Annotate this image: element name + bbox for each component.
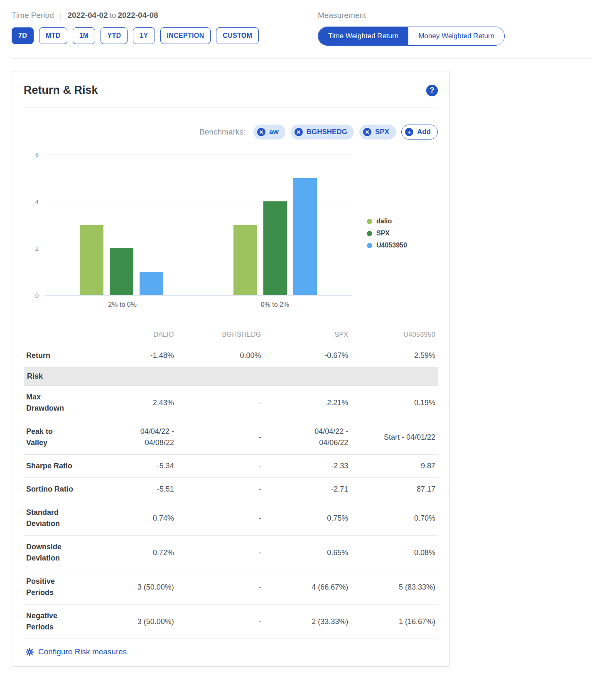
row-label: Sortino Ratio	[24, 484, 89, 495]
plus-icon: +	[405, 128, 413, 136]
cell-positive-periods-dalio: 3 (50.00%)	[89, 582, 177, 593]
benchmark-chip-bghshedg: ✕BGHSHEDG	[291, 125, 354, 140]
legend-label: SPX	[376, 230, 390, 237]
benchmark-chip-aw: ✕aw	[253, 125, 285, 140]
period-button-1y[interactable]: 1Y	[133, 27, 155, 44]
cell-positive-periods-spx: 4 (66.67%)	[264, 582, 351, 593]
cell-sharpe-ratio-bghshedg: -	[177, 460, 264, 472]
column-header-u4053950: U4053950	[351, 331, 438, 338]
cell-return-dalio: -1.48%	[89, 350, 177, 361]
cell-peak-to-valley-bghshedg: -	[177, 432, 264, 443]
benchmark-chip-label: aw	[269, 128, 279, 136]
time-period-label: Time Period	[12, 11, 54, 20]
period-button-custom[interactable]: CUSTOM	[216, 27, 259, 44]
table-footer: Configure Risk measures	[24, 647, 438, 656]
y-tick-4: 4	[35, 198, 39, 205]
cell-downside-deviation-spx: 0.65%	[264, 547, 351, 558]
table-row-return: Return-1.48%0.00%-0.67%2.59%	[24, 344, 438, 367]
legend-item-u4053950: U4053950	[367, 242, 407, 249]
legend-dot-dalio	[367, 219, 372, 224]
benchmarks-row: Benchmarks: ✕aw✕BGHSHEDG✕SPX + Add	[24, 125, 438, 140]
row-label: Positive Periods	[24, 576, 89, 598]
add-benchmark-label: Add	[417, 128, 431, 136]
remove-benchmark-icon[interactable]: ✕	[295, 128, 303, 136]
y-tick-6: 6	[35, 151, 39, 158]
cell-negative-periods-u4053950: 1 (16.67%)	[351, 616, 438, 627]
chart-legend: dalioSPXU4053950	[367, 154, 407, 308]
cell-positive-periods-bghshedg: -	[177, 582, 264, 593]
measurement-option-time-weighted-return[interactable]: Time Weighted Return	[318, 27, 408, 45]
period-button-inception[interactable]: INCEPTION	[160, 27, 211, 44]
configure-risk-link[interactable]: Configure Risk measures	[38, 647, 127, 656]
period-button-mtd[interactable]: MTD	[39, 27, 67, 44]
period-button-1m[interactable]: 1M	[73, 27, 96, 44]
add-benchmark-button[interactable]: + Add	[401, 125, 438, 140]
cell-negative-periods-bghshedg: -	[177, 616, 264, 627]
cell-sharpe-ratio-dalio: -5.34	[89, 460, 177, 472]
row-label: Max Drawdown	[24, 392, 89, 414]
card-divider	[24, 108, 438, 108]
table-header-row: DALIOBGHSHEDGSPXU4053950	[24, 327, 438, 344]
table-row-sortino-ratio: Sortino Ratio-5.51--2.7187.17	[24, 477, 438, 501]
table-row-sharpe-ratio: Sharpe Ratio-5.34--2.339.87	[24, 454, 438, 477]
cell-peak-to-valley-spx: 04/04/22 - 04/06/22	[264, 426, 351, 448]
bar-group-2-to-0	[44, 154, 198, 295]
x-label-0-to-2: 0% to 2%	[198, 301, 352, 308]
bar-u4053950-2-to-0	[140, 272, 163, 296]
bar-groups	[44, 154, 352, 295]
cell-sortino-ratio-spx: -2.71	[264, 484, 351, 495]
bar-spx-2-to-0	[110, 248, 133, 295]
date-from: 2022-04-02	[67, 11, 108, 20]
cell-standard-deviation-bghshedg: -	[177, 513, 264, 524]
remove-benchmark-icon[interactable]: ✕	[363, 128, 371, 136]
histogram-chart: 0246 -2% to 0%0% to 2% dalioSPXU4053950	[24, 154, 438, 308]
return-risk-table: DALIOBGHSHEDGSPXU4053950Return-1.48%0.00…	[24, 327, 438, 639]
cell-downside-deviation-bghshedg: -	[177, 547, 264, 558]
measurement-toggle: Time Weighted ReturnMoney Weighted Retur…	[318, 27, 505, 46]
legend-label: U4053950	[376, 242, 407, 249]
table-row-positive-periods: Positive Periods3 (50.00%)-4 (66.67%)5 (…	[24, 570, 438, 604]
date-to-word: to	[108, 11, 118, 20]
legend-dot-spx	[367, 231, 372, 236]
cell-positive-periods-u4053950: 5 (83.33%)	[351, 582, 438, 593]
table-row-negative-periods: Negative Periods3 (50.00%)-2 (33.33%)1 (…	[24, 604, 438, 639]
cell-sortino-ratio-dalio: -5.51	[89, 484, 177, 495]
top-divider	[12, 58, 592, 59]
benchmarks-label: Benchmarks:	[199, 127, 246, 137]
benchmark-chips: ✕aw✕BGHSHEDG✕SPX	[253, 125, 396, 140]
x-axis-labels: -2% to 0%0% to 2%	[44, 301, 352, 308]
y-tick-2: 2	[35, 245, 39, 252]
table-row-max-drawdown: Max Drawdown2.43%-2.21%0.19%	[24, 385, 438, 420]
plot-area: 0246	[44, 154, 352, 296]
period-button-ytd[interactable]: YTD	[101, 27, 128, 44]
measurement-option-money-weighted-return[interactable]: Money Weighted Return	[408, 27, 504, 45]
cell-max-drawdown-u4053950: 0.19%	[351, 397, 438, 409]
column-header-spx: SPX	[264, 331, 351, 338]
topbar: Time Period | 2022-04-02to2022-04-08 7DM…	[0, 0, 604, 46]
cell-standard-deviation-u4053950: 0.70%	[351, 513, 438, 524]
bar-dalio-0-to-2	[233, 225, 257, 296]
bar-group-0-to-2	[198, 154, 352, 295]
time-period-section: Time Period | 2022-04-02to2022-04-08 7DM…	[12, 11, 318, 46]
table-row-downside-deviation: Downside Deviation0.72%-0.65%0.08%	[24, 535, 438, 570]
column-header-bghshedg: BGHSHEDG	[177, 331, 264, 338]
table-row-peak-to-valley: Peak to Valley04/04/22 - 04/08/22-04/04/…	[24, 420, 438, 454]
measurement-section: Measurement Time Weighted ReturnMoney We…	[318, 11, 505, 46]
date-range: 2022-04-02to2022-04-08	[67, 11, 158, 20]
time-period-row: Time Period | 2022-04-02to2022-04-08	[12, 11, 318, 20]
cell-max-drawdown-bghshedg: -	[177, 397, 264, 409]
cell-sortino-ratio-bghshedg: -	[177, 484, 264, 495]
row-label: Sharpe Ratio	[24, 460, 89, 472]
x-label-2-to-0: -2% to 0%	[44, 301, 198, 308]
table-row-standard-deviation: Standard Deviation0.74%-0.75%0.70%	[24, 501, 438, 535]
row-label: Standard Deviation	[24, 507, 89, 529]
help-icon[interactable]: ?	[426, 85, 438, 96]
remove-benchmark-icon[interactable]: ✕	[257, 128, 265, 136]
cell-max-drawdown-dalio: 2.43%	[89, 397, 177, 409]
period-button-7d[interactable]: 7D	[12, 27, 34, 44]
benchmark-chip-label: BGHSHEDG	[307, 128, 347, 136]
column-header-dalio: DALIO	[89, 331, 177, 338]
legend-item-spx: SPX	[367, 230, 407, 237]
bar-spx-0-to-2	[263, 201, 287, 295]
cell-max-drawdown-spx: 2.21%	[264, 397, 351, 409]
